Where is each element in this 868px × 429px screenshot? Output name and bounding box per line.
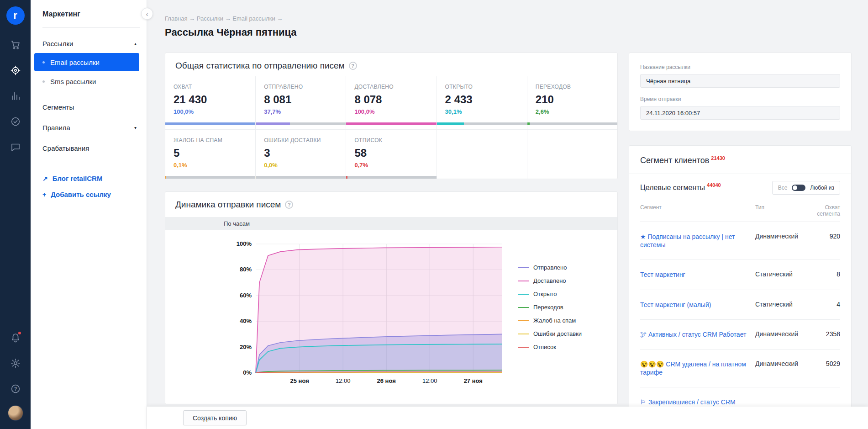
sidebar: Маркетинг Рассылки ▴ Email рассылкиSms р… [31,0,147,429]
help-icon[interactable]: ? [349,62,357,70]
stat-progressbar [256,176,346,179]
legend-label: Отправлено [533,264,567,271]
stat-progressbar [527,122,617,125]
campaign-name-input[interactable] [640,74,840,88]
stat-value: 2 433 [445,93,519,106]
legend-item: Открыто [518,291,582,297]
legend-item: Доставлено [518,277,582,284]
svg-text:0%: 0% [243,369,252,376]
logo-letter: r [13,11,17,21]
notification-badge [17,331,22,335]
marketing-target-icon[interactable] [6,61,25,79]
sidebar-item[interactable]: Сегменты [31,97,147,117]
segment-name-link[interactable]: ★ Подписаны на рассылку | нет системы [640,233,755,249]
breadcrumb[interactable]: Главная → Рассылки → Email рассылки → [165,15,283,22]
notifications-bell-icon[interactable] [6,328,25,347]
stat-progress-fill [165,176,166,179]
segment-name-link[interactable]: Тест маркетинг [640,270,755,279]
svg-text:26 ноя: 26 ноя [377,377,396,384]
chats-icon[interactable] [6,138,25,156]
column-header-reach: Охват сегмента [815,204,840,217]
sidebar-link[interactable]: ↗Блог retailCRM [31,170,147,186]
toggle-option-all[interactable]: Все [778,185,788,191]
orders-cart-icon[interactable] [6,36,25,54]
sidebar-item-label: Срабатывания [42,144,89,152]
target-segments-count-badge: 44040 [707,182,721,188]
sidebar-item-sms-mailings[interactable]: Sms рассылки [34,72,139,90]
sending-dynamics-chart: 0%20%40%60%80%100%25 ноя12:0026 ноя12:00… [225,238,517,395]
toggle-option-any[interactable]: Любой из [810,185,834,191]
legend-label: Переходов [533,304,563,311]
analytics-chart-icon[interactable] [6,87,25,105]
table-row: Тест маркетингСтатический8 [640,260,840,289]
tasks-check-icon[interactable] [6,112,25,131]
sidebar-item[interactable]: Правила▾ [31,117,147,138]
stat-cell: ПЕРЕХОДОВ2102,6% [527,76,617,129]
bullet-icon [42,61,45,64]
stat-progressbar [346,176,436,179]
help-glyph: ? [351,63,354,69]
legend-item: Переходов [518,304,582,311]
stat-label: ОТПИСОК [354,137,428,143]
campaign-name-label: Название рассылки [640,64,840,70]
stat-percent: 0,1% [174,162,247,169]
svg-text:20%: 20% [240,344,252,350]
stat-label: ОХВАТ [174,84,247,90]
retailcrm-logo[interactable]: r [6,6,25,25]
svg-text:100%: 100% [237,240,252,247]
segment-reach: 2358 [815,330,840,338]
segment-reach: 8 [815,270,840,278]
stat-label: ДОСТАВЛЕНО [354,84,428,90]
stat-progress-fill [437,122,464,125]
user-avatar[interactable] [8,405,23,421]
link-icon: + [42,191,46,198]
settings-gear-icon[interactable] [6,354,25,372]
stat-progress-fill [346,122,436,125]
link-icon: ↗ [42,175,48,182]
legend-swatch [518,307,529,308]
segments-table: Сегмент Тип Охват сегмента ★ Подписаны н… [629,201,851,417]
legend-label: Жалоб на спам [533,317,576,324]
segment-name-link[interactable]: 🏳 Закрепившиеся / статус CRM [640,398,755,406]
table-row: 🕊 Активных / статус CRM РаботаетДинамиче… [640,319,840,349]
stat-cell [527,130,617,179]
stat-progress-fill [527,122,530,125]
segment-name-link[interactable]: Тест маркетинг (малый) [640,301,755,309]
stat-progressbar [165,122,255,125]
link-label: Блог retailCRM [53,175,103,182]
stat-cell: ОХВАТ21 430100,0% [165,76,255,129]
help-icon[interactable]: ? [285,201,293,209]
link-label: Добавить ссылку [51,191,111,198]
sidebar-item[interactable]: Срабатывания [31,138,147,159]
help-question-icon[interactable]: ? [6,380,25,398]
svg-text:27 ноя: 27 ноя [464,377,483,384]
segment-name-link[interactable]: 🕊 Активных / статус CRM Работает [640,330,755,339]
segments-table-header: Сегмент Тип Охват сегмента [640,201,840,222]
stats-row: ЖАЛОБ НА СПАМ50,1%ОШИБКИ ДОСТАВКИ30,0%ОТ… [165,129,617,179]
stat-cell: ЖАЛОБ НА СПАМ50,1% [165,130,255,179]
tab-by-hours-label: По часам [224,220,250,227]
stat-progress-fill [346,176,347,179]
legend-swatch [518,267,529,268]
stat-value: 8 081 [264,93,337,106]
chart-legend: ОтправленоДоставленоОткрытоПереходовЖало… [518,238,582,395]
app-icon-rail: r ? [0,0,31,429]
match-mode-toggle[interactable]: Все Любой из [772,181,840,195]
sidebar-item-label: Sms рассылки [50,78,96,85]
stat-value: 3 [264,147,337,159]
segment-name-link[interactable]: 😵😵😵 CRM удалена / на платном тарифе [640,360,755,376]
stat-value: 58 [354,147,428,159]
sidebar-item-email-mailings[interactable]: Email рассылки [34,53,139,71]
stat-percent: 100,0% [174,108,247,115]
toggle-switch[interactable] [792,185,805,191]
stat-value: 21 430 [174,93,247,106]
stat-progressbar [437,122,527,125]
stat-value: 5 [174,147,247,159]
sidebar-group-mailings[interactable]: Рассылки ▴ [31,34,147,52]
tab-by-hours[interactable]: По часам [165,217,617,230]
create-copy-button[interactable]: Создать копию [183,410,247,425]
sidebar-collapse-button[interactable]: ‹ [141,8,153,20]
send-time-input[interactable] [640,106,840,120]
stats-grid: ОХВАТ21 430100,0%ОТПРАВЛЕНО8 08137,7%ДОС… [165,76,617,179]
sidebar-link[interactable]: +Добавить ссылку [31,186,147,202]
